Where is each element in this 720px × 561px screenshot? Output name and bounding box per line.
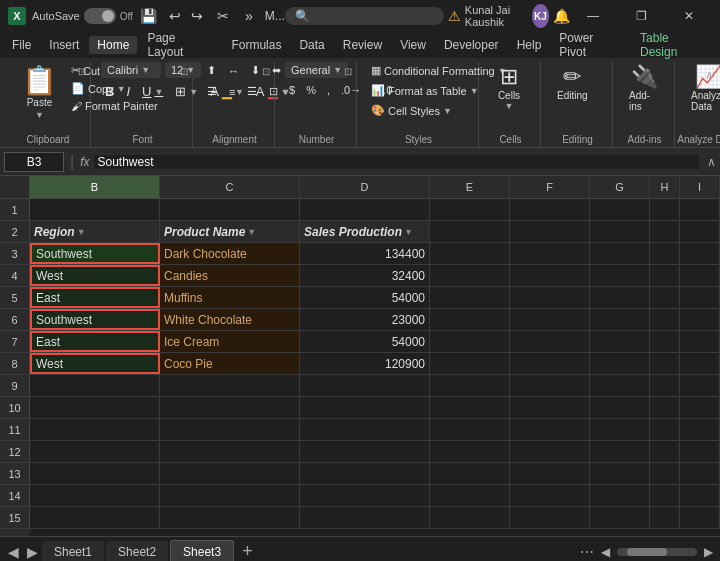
cell-i7[interactable] xyxy=(680,331,720,352)
sales-filter-arrow[interactable]: ▼ xyxy=(404,227,413,237)
cell-c4[interactable]: Candies xyxy=(160,265,300,286)
undo-icon[interactable]: ↩ xyxy=(165,6,185,26)
row-header-7[interactable]: 7 xyxy=(0,331,30,353)
cut-icon[interactable]: ✂ xyxy=(213,6,233,26)
cell-i5[interactable] xyxy=(680,287,720,308)
cell-d8[interactable]: 120900 xyxy=(300,353,430,374)
cell-g2[interactable] xyxy=(590,221,650,242)
cell-f3[interactable] xyxy=(510,243,590,264)
cell-i6[interactable] xyxy=(680,309,720,330)
tab-menu-button[interactable]: ⋯ xyxy=(576,544,598,560)
cell-c8[interactable]: Coco Pie xyxy=(160,353,300,374)
cell-e2[interactable] xyxy=(430,221,510,242)
row-header-2[interactable]: 2 xyxy=(0,221,30,243)
product-filter-arrow[interactable]: ▼ xyxy=(247,227,256,237)
cell-b7[interactable]: East xyxy=(30,331,160,352)
cell-f7[interactable] xyxy=(510,331,590,352)
user-avatar[interactable]: KJ xyxy=(532,4,549,28)
scroll-thumb[interactable] xyxy=(627,548,667,556)
row-header-4[interactable]: 4 xyxy=(0,265,30,287)
menu-developer[interactable]: Developer xyxy=(436,36,507,54)
cell-d6[interactable]: 23000 xyxy=(300,309,430,330)
align-left-button[interactable]: ☰ xyxy=(203,83,221,100)
cell-h8[interactable] xyxy=(650,353,680,374)
alignment-expand-icon[interactable]: ⊡ xyxy=(262,66,270,77)
cell-b1[interactable] xyxy=(30,199,160,220)
cell-d2[interactable]: Sales Production ▼ xyxy=(300,221,430,242)
row-header-9[interactable]: 9 xyxy=(0,375,30,397)
cell-f6[interactable] xyxy=(510,309,590,330)
maximize-button[interactable]: ❐ xyxy=(618,0,664,32)
format-as-table-button[interactable]: 📊 Format as Table ▼ xyxy=(367,82,483,99)
cell-c1[interactable] xyxy=(160,199,300,220)
cell-e5[interactable] xyxy=(430,287,510,308)
scroll-track[interactable] xyxy=(617,548,697,556)
cell-e7[interactable] xyxy=(430,331,510,352)
search-bar[interactable]: 🔍 xyxy=(285,7,444,25)
row-header-10[interactable]: 10 xyxy=(0,397,30,419)
col-header-f[interactable]: F xyxy=(510,176,590,198)
search-input[interactable] xyxy=(314,10,434,22)
col-header-e[interactable]: E xyxy=(430,176,510,198)
paste-caret[interactable]: ▼ xyxy=(35,110,44,120)
cell-i4[interactable] xyxy=(680,265,720,286)
function-icon[interactable]: fx xyxy=(80,155,89,169)
cell-c3[interactable]: Dark Chocolate xyxy=(160,243,300,264)
cell-i8[interactable] xyxy=(680,353,720,374)
cell-g7[interactable] xyxy=(590,331,650,352)
row-header-15[interactable]: 15 xyxy=(0,507,30,529)
row-header-1[interactable]: 1 xyxy=(0,199,30,221)
cell-c7[interactable]: Ice Cream xyxy=(160,331,300,352)
menu-page-layout[interactable]: Page Layout xyxy=(139,29,221,61)
cell-e8[interactable] xyxy=(430,353,510,374)
editing-button[interactable]: ✏ Editing xyxy=(551,62,594,105)
formula-bar-expand-icon[interactable]: ∧ xyxy=(707,155,716,169)
cell-h9[interactable] xyxy=(650,375,680,396)
cell-g4[interactable] xyxy=(590,265,650,286)
cell-b2[interactable]: Region ▼ xyxy=(30,221,160,242)
underline-button[interactable]: U▼ xyxy=(138,82,167,101)
cells-button[interactable]: ⊞ Cells ▼ xyxy=(489,62,529,115)
scroll-right-button[interactable]: ▶ xyxy=(701,545,716,559)
clipboard-expand-icon[interactable]: ⊡ xyxy=(78,66,86,77)
cell-e4[interactable] xyxy=(430,265,510,286)
cell-d4[interactable]: 32400 xyxy=(300,265,430,286)
cell-b5[interactable]: East xyxy=(30,287,160,308)
menu-power-pivot[interactable]: Power Pivot xyxy=(551,29,630,61)
row-header-13[interactable]: 13 xyxy=(0,463,30,485)
ribbon-toggle-icon[interactable]: 🔔 xyxy=(553,6,570,26)
sheet-tab-sheet3[interactable]: Sheet3 xyxy=(170,540,234,561)
cell-h5[interactable] xyxy=(650,287,680,308)
menu-view[interactable]: View xyxy=(392,36,434,54)
cell-h6[interactable] xyxy=(650,309,680,330)
cell-c2[interactable]: Product Name ▼ xyxy=(160,221,300,242)
redo-icon[interactable]: ↪ xyxy=(187,6,207,26)
addins-button[interactable]: 🔌 Add-ins xyxy=(623,62,666,116)
col-header-i[interactable]: I xyxy=(680,176,720,198)
cell-d7[interactable]: 54000 xyxy=(300,331,430,352)
cell-b9[interactable] xyxy=(30,375,160,396)
comma-button[interactable]: , xyxy=(323,82,334,98)
row-header-5[interactable]: 5 xyxy=(0,287,30,309)
cell-f1[interactable] xyxy=(510,199,590,220)
cell-i9[interactable] xyxy=(680,375,720,396)
menu-table-design[interactable]: Table Design xyxy=(632,29,716,61)
close-button[interactable]: ✕ xyxy=(666,0,712,32)
font-family-dropdown[interactable]: Calibri ▼ xyxy=(101,62,161,78)
cell-e3[interactable] xyxy=(430,243,510,264)
cell-g9[interactable] xyxy=(590,375,650,396)
tab-nav-prev-button[interactable]: ◀ xyxy=(4,544,23,560)
cell-i2[interactable] xyxy=(680,221,720,242)
align-top-button[interactable]: ⬆ xyxy=(203,62,220,79)
menu-review[interactable]: Review xyxy=(335,36,390,54)
formula-input[interactable] xyxy=(94,155,700,169)
paste-button[interactable]: 📋 Paste xyxy=(14,62,65,110)
cell-c6[interactable]: White Chocolate xyxy=(160,309,300,330)
region-filter-arrow[interactable]: ▼ xyxy=(77,227,86,237)
cell-d5[interactable]: 54000 xyxy=(300,287,430,308)
currency-button[interactable]: $ xyxy=(285,82,299,98)
number-format-dropdown[interactable]: General ▼ xyxy=(285,62,348,78)
menu-help[interactable]: Help xyxy=(509,36,550,54)
cell-e1[interactable] xyxy=(430,199,510,220)
cell-b8[interactable]: West xyxy=(30,353,160,374)
